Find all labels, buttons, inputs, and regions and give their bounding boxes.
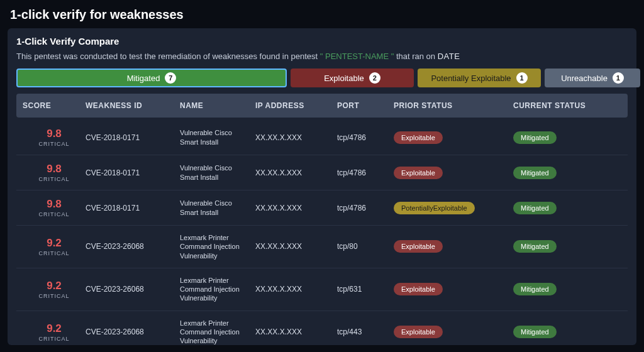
status-badge: Exploitable — [394, 167, 443, 179]
tab-count-badge: 1 — [516, 72, 528, 84]
weakness-name: Vulnerable Cisco Smart Install — [180, 163, 255, 182]
port: tcp/4786 — [337, 204, 394, 212]
weakness-id: CVE-2023-26068 — [86, 285, 180, 294]
tab-label: Mitigated — [127, 74, 160, 83]
prior-status: Exploitable — [394, 131, 513, 144]
status-badge: Exploitable — [394, 326, 443, 338]
status-badge: Mitigated — [513, 167, 557, 179]
weakness-id: CVE-2023-26068 — [86, 327, 180, 336]
ip-address: XX.XX.X.XXX — [255, 204, 337, 212]
score-cell: 9.2CRITICAL — [23, 280, 86, 299]
status-badge: Mitigated — [513, 202, 557, 214]
current-status: Mitigated — [513, 131, 626, 144]
table-row[interactable]: 9.8CRITICALCVE-2018-0171Vulnerable Cisco… — [16, 190, 628, 226]
tab-unreachable[interactable]: Unreachable 1 — [545, 69, 640, 87]
score-value: 9.2 — [23, 237, 86, 250]
score-cell: 9.2CRITICAL — [23, 237, 86, 256]
weakness-id: CVE-2018-0171 — [86, 133, 180, 142]
col-prior-status[interactable]: PRIOR STATUS — [394, 101, 513, 110]
table-row[interactable]: 9.2CRITICALCVE-2023-26068Lexmark Printer… — [16, 226, 628, 268]
desc-text-mid: that ran on — [394, 52, 437, 61]
score-level: CRITICAL — [23, 336, 86, 342]
pentest-name-link[interactable]: " PENTEST-NAME " — [320, 52, 394, 61]
weakness-name: Lexmark Printer Command Injection Vulner… — [180, 276, 255, 303]
score-value: 9.8 — [23, 163, 86, 175]
status-badge: Mitigated — [513, 131, 557, 144]
status-badge: Mitigated — [513, 326, 557, 338]
tab-count-badge: 2 — [369, 72, 380, 84]
page-title: 1-click verify for weaknesses — [0, 0, 644, 28]
table-row[interactable]: 9.2CRITICALCVE-2023-26068Lexmark Printer… — [16, 268, 628, 311]
weakness-id: CVE-2023-26068 — [86, 242, 180, 251]
ip-address: XX.XX.X.XXX — [255, 285, 337, 294]
tab-potentially-exploitable[interactable]: Potentially Exploitable 1 — [418, 69, 541, 87]
ip-address: XX.XX.X.XXX — [255, 133, 337, 142]
score-level: CRITICAL — [23, 250, 86, 256]
col-weakness-id[interactable]: WEAKNESS ID — [86, 101, 180, 110]
col-ip-address[interactable]: IP ADDRESS — [255, 101, 337, 110]
score-level: CRITICAL — [23, 176, 86, 182]
ip-address: XX.XX.X.XXX — [255, 168, 337, 177]
current-status: Mitigated — [513, 326, 626, 338]
weakness-name: Vulnerable Cisco Smart Install — [180, 199, 255, 217]
port: tcp/443 — [337, 327, 394, 336]
prior-status: Exploitable — [394, 167, 513, 179]
table-header-row: SCORE WEAKNESS ID NAME IP ADDRESS PORT P… — [16, 94, 628, 118]
port: tcp/4786 — [337, 133, 394, 142]
score-level: CRITICAL — [23, 141, 86, 147]
weakness-id: CVE-2018-0171 — [86, 168, 180, 177]
table-row[interactable]: 9.8CRITICALCVE-2018-0171Vulnerable Cisco… — [16, 120, 628, 155]
status-badge: Exploitable — [394, 131, 443, 144]
status-badge: Mitigated — [513, 240, 557, 253]
prior-status: PotentiallyExploitable — [394, 202, 513, 214]
desc-text: This pentest was conducted to test the r… — [16, 52, 320, 61]
tab-mitigated[interactable]: Mitigated 7 — [16, 69, 287, 87]
current-status: Mitigated — [513, 240, 626, 253]
score-cell: 9.8CRITICAL — [23, 198, 86, 217]
score-cell: 9.2CRITICAL — [23, 322, 86, 342]
score-value: 9.2 — [23, 322, 86, 335]
current-status: Mitigated — [513, 283, 626, 295]
table-row[interactable]: 9.2CRITICALCVE-2023-26068Lexmark Printer… — [16, 311, 628, 345]
score-cell: 9.8CRITICAL — [23, 128, 86, 147]
ip-address: XX.XX.X.XXX — [255, 242, 337, 251]
port: tcp/4786 — [337, 168, 394, 177]
status-badge: Exploitable — [394, 283, 443, 295]
weakness-name: Lexmark Printer Command Injection Vulner… — [180, 319, 255, 345]
score-level: CRITICAL — [23, 211, 86, 217]
col-current-status[interactable]: CURRENT STATUS — [513, 101, 626, 110]
tab-label: Unreachable — [561, 74, 608, 83]
prior-status: Exploitable — [394, 326, 513, 338]
tab-label: Potentially Exploitable — [431, 74, 511, 83]
col-name[interactable]: NAME — [180, 101, 255, 110]
panel-description: This pentest was conducted to test the r… — [16, 52, 628, 61]
weakness-id: CVE-2018-0171 — [86, 204, 180, 212]
current-status: Mitigated — [513, 202, 626, 214]
status-tabs: Mitigated 7 Exploitable 2 Potentially Ex… — [16, 69, 628, 87]
tab-count-badge: 1 — [613, 72, 624, 84]
tab-count-badge: 7 — [165, 72, 176, 84]
status-badge: Exploitable — [394, 240, 443, 253]
score-value: 9.8 — [23, 128, 86, 140]
port: tcp/80 — [337, 242, 394, 251]
tab-exploitable[interactable]: Exploitable 2 — [291, 69, 414, 87]
desc-date: DATE — [438, 52, 460, 61]
prior-status: Exploitable — [394, 283, 513, 295]
weakness-name: Lexmark Printer Command Injection Vulner… — [180, 233, 255, 260]
score-level: CRITICAL — [23, 293, 86, 299]
weakness-name: Vulnerable Cisco Smart Install — [180, 128, 255, 146]
panel-title: 1-Click Verify Compare — [16, 36, 628, 47]
port: tcp/631 — [337, 285, 394, 294]
prior-status: Exploitable — [394, 240, 513, 253]
current-status: Mitigated — [513, 167, 626, 179]
score-cell: 9.8CRITICAL — [23, 163, 86, 182]
weakness-table[interactable]: SCORE WEAKNESS ID NAME IP ADDRESS PORT P… — [16, 94, 628, 345]
col-score[interactable]: SCORE — [23, 101, 86, 110]
ip-address: XX.XX.X.XXX — [255, 327, 337, 336]
status-badge: Mitigated — [513, 283, 557, 295]
status-badge: PotentiallyExploitable — [394, 202, 475, 214]
table-row[interactable]: 9.8CRITICALCVE-2018-0171Vulnerable Cisco… — [16, 155, 628, 190]
col-port[interactable]: PORT — [337, 101, 394, 110]
score-value: 9.8 — [23, 198, 86, 211]
compare-panel: 1-Click Verify Compare This pentest was … — [8, 28, 636, 345]
